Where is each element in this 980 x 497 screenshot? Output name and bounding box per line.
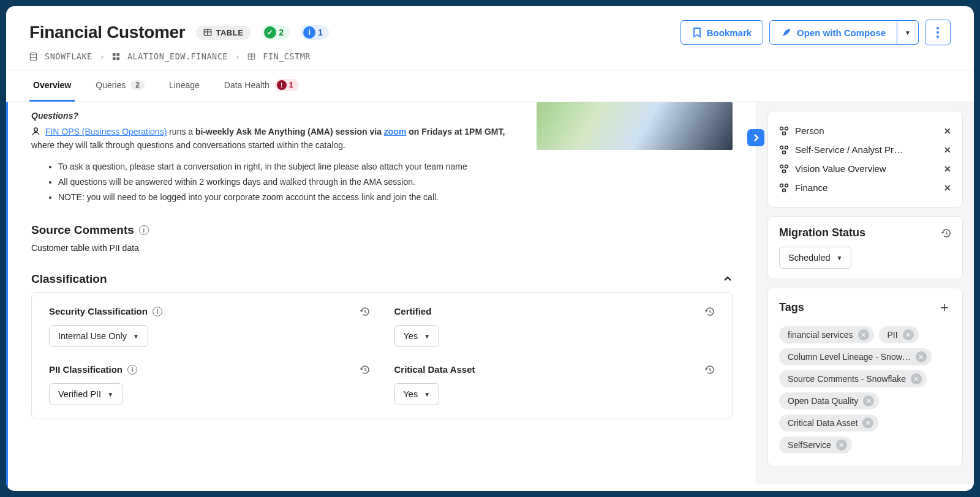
data-health-alert-badge: ! 1 [274,79,300,91]
svg-point-3 [937,27,939,29]
list-item: To ask a question, please start a conver… [58,160,733,173]
pii-classification-select[interactable]: Verified PII ▼ [49,383,123,405]
svg-point-24 [780,184,783,187]
list-item: NOTE: you will need to be logged into yo… [58,191,733,204]
tag-chip[interactable]: Critical Data Asset ✕ [779,414,878,432]
certified-field: Certified Yes ▼ [394,306,715,347]
tabs: Overview Queries 2 Lineage Data Health !… [6,70,974,102]
remove-tag-button[interactable]: ✕ [903,329,914,340]
trust-info-badge[interactable]: i 1 [301,25,329,40]
remove-domain-button[interactable]: ✕ [944,164,951,174]
history-icon[interactable] [705,307,715,316]
history-icon[interactable] [360,307,370,316]
breadcrumb-table[interactable]: FIN_CSTMR [263,51,311,61]
chevron-right-icon [753,134,759,141]
svg-rect-7 [113,53,116,56]
remove-domain-button[interactable]: ✕ [944,145,951,155]
history-icon[interactable] [941,228,951,238]
remove-domain-button[interactable]: ✕ [944,183,951,193]
remove-tag-button[interactable]: ✕ [863,395,874,406]
info-icon[interactable]: i [153,307,162,316]
remove-domain-button[interactable]: ✕ [944,126,951,136]
caret-down-icon: ▼ [424,333,430,340]
sidebar: Person ✕ Self-Service / Analyst Pr… ✕ [756,102,974,484]
app-window: Financial Customer TABLE ✓ 2 i 1 Bookmar… [6,6,974,491]
trust-ok-badge[interactable]: ✓ 2 [262,25,290,40]
critical-data-asset-select[interactable]: Yes ▼ [394,383,440,405]
remove-tag-button[interactable]: ✕ [862,417,873,428]
compose-dropdown-button[interactable]: ▼ [897,20,919,45]
domain-item: Finance ✕ [779,178,951,197]
open-with-compose-button[interactable]: Open with Compose [769,20,897,45]
tags-list: financial services ✕ PII ✕ Column Level … [779,324,951,456]
svg-point-22 [785,165,788,168]
domain-icon [779,164,789,174]
migration-status-select[interactable]: Scheduled ▼ [779,247,851,269]
compose-split-button: Open with Compose ▼ [769,20,919,45]
source-comments-heading: Source Comments i [31,223,733,237]
info-icon[interactable]: i [139,225,149,235]
remove-tag-button[interactable]: ✕ [911,373,922,384]
tag-chip[interactable]: financial services ✕ [779,326,874,343]
domain-icon [779,145,789,155]
security-classification-field: Security Classification i Internal Use O… [49,306,370,347]
tab-queries[interactable]: Queries 2 [92,70,148,102]
queries-count-badge: 2 [130,80,145,90]
domain-item: Self-Service / Analyst Pr… ✕ [779,140,951,159]
questions-section: Questions? FIN OPS (Business Operations)… [31,111,733,204]
bookmark-icon [692,27,702,38]
pii-classification-field: PII Classification i Verified PII ▼ [49,364,370,405]
history-icon[interactable] [705,365,715,375]
add-tag-button[interactable]: ＋ [938,298,951,316]
svg-point-21 [780,165,783,168]
list-item: All questions will be answered within 2 … [58,176,733,189]
domains-card: Person ✕ Self-Service / Analyst Pr… ✕ [767,111,963,207]
breadcrumb-db[interactable]: SNOWFLAKE [45,51,92,61]
info-icon[interactable]: i [127,365,137,375]
source-comments-text: Customer table with PII data [31,243,733,253]
alert-icon: ! [277,80,287,90]
domain-item: Vision Value Overview ✕ [779,159,951,178]
bookmark-button[interactable]: Bookmark [680,20,763,45]
remove-tag-button[interactable]: ✕ [916,351,927,362]
history-icon[interactable] [360,365,370,375]
tab-lineage[interactable]: Lineage [165,70,203,102]
svg-point-5 [937,36,939,38]
chevron-right-icon: › [235,52,240,61]
remove-tag-button[interactable]: ✕ [836,439,847,450]
tag-chip[interactable]: SelfService ✕ [779,436,852,454]
certified-select[interactable]: Yes ▼ [394,325,440,347]
type-badge: TABLE [196,26,251,40]
breadcrumb-schema[interactable]: ALATION_EDW.FINANCE [127,51,228,61]
svg-point-25 [785,184,788,187]
chevron-up-icon[interactable] [723,274,733,284]
tag-chip[interactable]: Open Data Quality ✕ [779,392,879,409]
questions-text: FIN OPS (Business Operations) runs a bi-… [31,125,509,152]
main-content: Questions? FIN OPS (Business Operations)… [6,102,756,491]
chevron-right-icon: › [100,52,105,61]
zoom-link[interactable]: zoom [384,127,407,136]
svg-rect-8 [116,53,119,56]
classification-section: Classification Security Classification i [31,272,733,419]
tab-overview[interactable]: Overview [29,70,75,102]
svg-rect-10 [116,57,119,60]
body: Questions? FIN OPS (Business Operations)… [6,102,974,491]
security-classification-select[interactable]: Internal Use Only ▼ [49,325,148,347]
tag-chip[interactable]: Column Level Lineage - Snow… ✕ [779,348,932,365]
remove-tag-button[interactable]: ✕ [858,329,869,340]
tab-data-health[interactable]: Data Health ! 1 [221,70,303,102]
caret-down-icon: ▼ [133,333,139,340]
svg-point-16 [785,127,788,130]
svg-point-19 [785,146,788,149]
svg-point-23 [783,170,786,173]
tag-chip[interactable]: PII ✕ [879,326,919,343]
source-comments-section: Source Comments i Customer table with PI… [31,223,733,253]
more-menu-button[interactable] [925,20,951,45]
svg-rect-9 [113,57,116,60]
more-vertical-icon [937,27,939,38]
migration-status-title: Migration Status [779,226,865,239]
tag-chip[interactable]: Source Comments - Snowflake ✕ [779,370,927,387]
fin-ops-link[interactable]: FIN OPS (Business Operations) [45,127,167,136]
collapse-sidebar-button[interactable] [747,129,764,146]
svg-point-18 [780,146,783,149]
